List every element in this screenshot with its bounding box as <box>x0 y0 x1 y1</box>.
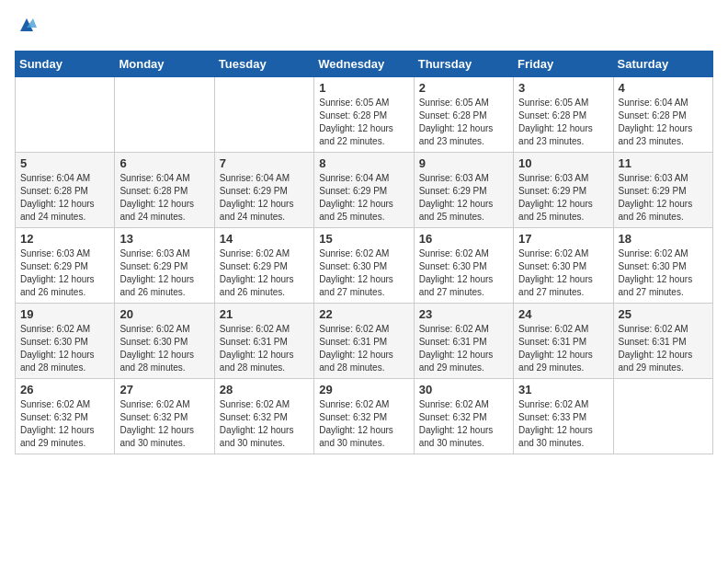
day-info: Sunrise: 6:04 AMSunset: 6:29 PMDaylight:… <box>220 172 309 224</box>
day-number: 3 <box>518 81 608 95</box>
day-number: 26 <box>20 383 109 396</box>
day-number: 23 <box>419 307 508 321</box>
calendar-day-cell: 27Sunrise: 6:02 AMSunset: 6:32 PMDayligh… <box>115 379 214 454</box>
weekday-header: Friday <box>514 52 613 77</box>
day-number: 4 <box>619 81 708 95</box>
calendar-day-cell: 31Sunrise: 6:02 AMSunset: 6:33 PMDayligh… <box>514 379 613 454</box>
calendar-day-cell: 6Sunrise: 6:04 AMSunset: 6:28 PMDaylight… <box>115 153 214 228</box>
day-number: 9 <box>419 156 508 170</box>
day-number: 8 <box>319 156 408 170</box>
weekday-header: Saturday <box>613 52 712 77</box>
day-info: Sunrise: 6:02 AMSunset: 6:32 PMDaylight:… <box>20 398 109 450</box>
calendar-week-row: 1Sunrise: 6:05 AMSunset: 6:28 PMDaylight… <box>16 77 713 153</box>
day-info: Sunrise: 6:02 AMSunset: 6:32 PMDaylight:… <box>220 398 309 450</box>
day-info: Sunrise: 6:04 AMSunset: 6:28 PMDaylight:… <box>119 172 209 224</box>
day-number: 18 <box>619 232 708 246</box>
day-number: 5 <box>20 156 109 170</box>
calendar-day-cell: 24Sunrise: 6:02 AMSunset: 6:31 PMDayligh… <box>514 304 613 379</box>
day-number: 24 <box>518 307 608 321</box>
day-info: Sunrise: 6:03 AMSunset: 6:29 PMDaylight:… <box>20 247 109 299</box>
day-number: 14 <box>220 232 309 246</box>
day-info: Sunrise: 6:02 AMSunset: 6:30 PMDaylight:… <box>20 323 109 374</box>
day-info: Sunrise: 6:04 AMSunset: 6:28 PMDaylight:… <box>20 172 109 224</box>
day-number: 28 <box>220 383 309 396</box>
day-number: 30 <box>419 383 508 396</box>
day-number: 1 <box>319 81 408 95</box>
day-number: 15 <box>319 232 408 246</box>
day-info: Sunrise: 6:02 AMSunset: 6:31 PMDaylight:… <box>619 323 708 374</box>
day-info: Sunrise: 6:02 AMSunset: 6:33 PMDaylight:… <box>518 398 608 450</box>
day-number: 16 <box>419 232 508 246</box>
calendar-day-cell: 23Sunrise: 6:02 AMSunset: 6:31 PMDayligh… <box>414 304 513 379</box>
weekday-header: Sunday <box>16 52 115 77</box>
day-info: Sunrise: 6:03 AMSunset: 6:29 PMDaylight:… <box>619 172 708 224</box>
calendar-day-cell: 22Sunrise: 6:02 AMSunset: 6:31 PMDayligh… <box>314 304 414 379</box>
day-info: Sunrise: 6:02 AMSunset: 6:30 PMDaylight:… <box>119 323 209 374</box>
weekday-header: Tuesday <box>214 52 313 77</box>
calendar-day-cell: 19Sunrise: 6:02 AMSunset: 6:30 PMDayligh… <box>16 304 115 379</box>
day-number: 12 <box>20 232 109 246</box>
day-number: 19 <box>20 307 109 321</box>
day-info: Sunrise: 6:03 AMSunset: 6:29 PMDaylight:… <box>518 172 608 224</box>
day-info: Sunrise: 6:04 AMSunset: 6:29 PMDaylight:… <box>319 172 408 224</box>
weekday-header: Wednesday <box>314 52 414 77</box>
day-number: 31 <box>518 383 608 396</box>
calendar-day-cell: 20Sunrise: 6:02 AMSunset: 6:30 PMDayligh… <box>115 304 214 379</box>
calendar-day-cell: 13Sunrise: 6:03 AMSunset: 6:29 PMDayligh… <box>115 228 214 304</box>
day-info: Sunrise: 6:02 AMSunset: 6:30 PMDaylight:… <box>518 247 608 299</box>
calendar-day-cell: 5Sunrise: 6:04 AMSunset: 6:28 PMDaylight… <box>16 153 115 228</box>
day-number: 13 <box>119 232 209 246</box>
day-number: 17 <box>518 232 608 246</box>
calendar-week-row: 26Sunrise: 6:02 AMSunset: 6:32 PMDayligh… <box>16 379 713 454</box>
calendar-day-cell: 10Sunrise: 6:03 AMSunset: 6:29 PMDayligh… <box>514 153 613 228</box>
day-info: Sunrise: 6:04 AMSunset: 6:28 PMDaylight:… <box>619 97 708 148</box>
calendar-day-cell: 11Sunrise: 6:03 AMSunset: 6:29 PMDayligh… <box>613 153 712 228</box>
day-info: Sunrise: 6:02 AMSunset: 6:31 PMDaylight:… <box>319 323 408 374</box>
calendar-week-row: 12Sunrise: 6:03 AMSunset: 6:29 PMDayligh… <box>16 228 713 304</box>
day-info: Sunrise: 6:02 AMSunset: 6:30 PMDaylight:… <box>619 247 708 299</box>
calendar-day-cell: 14Sunrise: 6:02 AMSunset: 6:29 PMDayligh… <box>214 228 313 304</box>
day-info: Sunrise: 6:02 AMSunset: 6:31 PMDaylight:… <box>419 323 508 374</box>
calendar-day-cell <box>115 77 214 153</box>
calendar-day-cell: 1Sunrise: 6:05 AMSunset: 6:28 PMDaylight… <box>314 77 414 153</box>
day-info: Sunrise: 6:02 AMSunset: 6:31 PMDaylight:… <box>220 323 309 374</box>
day-info: Sunrise: 6:03 AMSunset: 6:29 PMDaylight:… <box>419 172 508 224</box>
day-info: Sunrise: 6:02 AMSunset: 6:29 PMDaylight:… <box>220 247 309 299</box>
calendar-day-cell: 29Sunrise: 6:02 AMSunset: 6:32 PMDayligh… <box>314 379 414 454</box>
calendar-day-cell: 3Sunrise: 6:05 AMSunset: 6:28 PMDaylight… <box>514 77 613 153</box>
calendar-week-row: 5Sunrise: 6:04 AMSunset: 6:28 PMDaylight… <box>16 153 713 228</box>
calendar-day-cell: 30Sunrise: 6:02 AMSunset: 6:32 PMDayligh… <box>414 379 513 454</box>
calendar-day-cell: 17Sunrise: 6:02 AMSunset: 6:30 PMDayligh… <box>514 228 613 304</box>
calendar-day-cell: 2Sunrise: 6:05 AMSunset: 6:28 PMDaylight… <box>414 77 513 153</box>
calendar-day-cell: 21Sunrise: 6:02 AMSunset: 6:31 PMDayligh… <box>214 304 313 379</box>
calendar-day-cell <box>214 77 313 153</box>
logo <box>15 15 37 40</box>
calendar-day-cell: 18Sunrise: 6:02 AMSunset: 6:30 PMDayligh… <box>613 228 712 304</box>
page-header <box>15 15 713 40</box>
day-number: 10 <box>518 156 608 170</box>
calendar-day-cell <box>613 379 712 454</box>
day-number: 11 <box>619 156 708 170</box>
calendar-week-row: 19Sunrise: 6:02 AMSunset: 6:30 PMDayligh… <box>16 304 713 379</box>
day-number: 7 <box>220 156 309 170</box>
day-info: Sunrise: 6:02 AMSunset: 6:30 PMDaylight:… <box>419 247 508 299</box>
day-info: Sunrise: 6:05 AMSunset: 6:28 PMDaylight:… <box>419 97 508 148</box>
weekday-header: Monday <box>115 52 214 77</box>
weekday-header: Thursday <box>414 52 513 77</box>
day-number: 25 <box>619 307 708 321</box>
day-info: Sunrise: 6:02 AMSunset: 6:30 PMDaylight:… <box>319 247 408 299</box>
day-info: Sunrise: 6:03 AMSunset: 6:29 PMDaylight:… <box>119 247 209 299</box>
day-info: Sunrise: 6:02 AMSunset: 6:31 PMDaylight:… <box>518 323 608 374</box>
day-info: Sunrise: 6:02 AMSunset: 6:32 PMDaylight:… <box>419 398 508 450</box>
calendar-day-cell: 26Sunrise: 6:02 AMSunset: 6:32 PMDayligh… <box>16 379 115 454</box>
logo-icon <box>17 15 37 35</box>
calendar-day-cell <box>16 77 115 153</box>
calendar-day-cell: 12Sunrise: 6:03 AMSunset: 6:29 PMDayligh… <box>16 228 115 304</box>
calendar-day-cell: 16Sunrise: 6:02 AMSunset: 6:30 PMDayligh… <box>414 228 513 304</box>
day-number: 22 <box>319 307 408 321</box>
day-number: 29 <box>319 383 408 396</box>
calendar-day-cell: 9Sunrise: 6:03 AMSunset: 6:29 PMDaylight… <box>414 153 513 228</box>
day-info: Sunrise: 6:02 AMSunset: 6:32 PMDaylight:… <box>319 398 408 450</box>
calendar-table: SundayMondayTuesdayWednesdayThursdayFrid… <box>15 51 713 454</box>
weekday-header-row: SundayMondayTuesdayWednesdayThursdayFrid… <box>16 52 713 77</box>
